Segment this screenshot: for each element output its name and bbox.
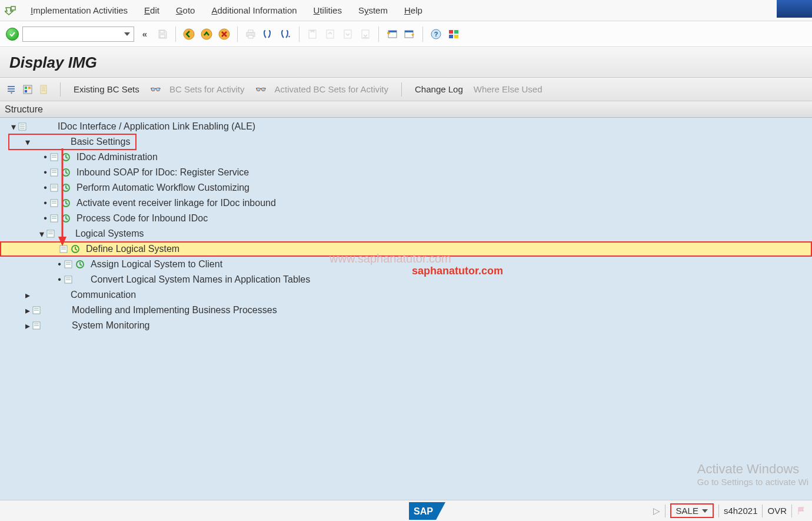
svg-rect-26: [25, 87, 27, 89]
status-tcode-field[interactable]: SALE: [670, 503, 714, 518]
status-insert-mode[interactable]: OVR: [767, 506, 787, 516]
app-menu-icon[interactable]: [5, 5, 16, 16]
tree-node-process-code-inbound[interactable]: • Process Code for Inbound IDoc: [0, 211, 812, 226]
execute-activity-icon[interactable]: [61, 152, 72, 162]
back-button[interactable]: [182, 27, 196, 41]
find-button[interactable]: [261, 27, 275, 41]
tree-node-label: Define Logical System: [84, 244, 179, 254]
svg-text:?: ?: [434, 31, 438, 38]
find-next-button[interactable]: [279, 27, 293, 41]
menu-implementation-activities[interactable]: Implementation Activities: [22, 3, 136, 18]
execute-activity-icon[interactable]: [61, 198, 72, 208]
svg-rect-27: [28, 87, 31, 89]
next-page-button[interactable]: [341, 27, 355, 41]
collapse-icon[interactable]: ▾: [38, 228, 46, 240]
img-doc-icon[interactable]: [49, 152, 60, 162]
tree-node-logical-systems[interactable]: ▾ Logical Systems: [0, 226, 812, 241]
bc-sets-for-activity-button[interactable]: BC Sets for Activity: [167, 82, 247, 97]
customize-layout-button[interactable]: [447, 27, 461, 41]
tree-node-system-monitoring[interactable]: ▸ System Monitoring: [0, 318, 812, 333]
tree-node-communication[interactable]: ▸ Communication: [0, 287, 812, 303]
create-shortcut-button[interactable]: [402, 27, 417, 41]
execute-activity-icon[interactable]: [75, 260, 86, 269]
status-system-field[interactable]: s4h2021: [724, 506, 758, 516]
img-doc-icon[interactable]: [64, 275, 74, 284]
collapse-icon[interactable]: ▾: [9, 121, 18, 132]
leaf-bullet-icon: •: [55, 259, 64, 270]
expand-all-button[interactable]: [6, 84, 16, 95]
execute-activity-icon[interactable]: [71, 244, 81, 254]
menu-help[interactable]: Help: [396, 3, 431, 18]
collapse-command-field-button[interactable]: «: [138, 27, 152, 41]
execute-activity-icon[interactable]: [61, 183, 72, 193]
help-button[interactable]: ?: [429, 27, 443, 41]
prev-page-button[interactable]: [323, 27, 337, 41]
tree-node-root[interactable]: ▾ IDoc Interface / Application Link Enab…: [0, 119, 812, 134]
tree-node-workflow-customizing[interactable]: • Perform Automatic Workflow Customizing: [0, 180, 812, 195]
menu-system[interactable]: System: [350, 3, 396, 18]
menu-edit[interactable]: Edit: [136, 3, 168, 18]
expand-icon[interactable]: ▸: [24, 305, 32, 316]
img-doc-icon[interactable]: [49, 183, 60, 193]
glasses-icon: 👓: [148, 84, 161, 95]
status-flag-icon[interactable]: [797, 506, 806, 516]
img-doc-icon[interactable]: [49, 198, 60, 208]
tree-node-label: Perform Automatic Workflow Customizing: [74, 182, 249, 193]
page-title: Display IMG: [9, 54, 97, 72]
toolbar-separator: [237, 26, 238, 42]
first-page-button[interactable]: [305, 27, 320, 41]
standard-toolbar: « ?: [0, 21, 812, 47]
img-doc-icon[interactable]: [32, 306, 42, 315]
menu-utilities[interactable]: Utilities: [305, 3, 350, 18]
leaf-bullet-icon: •: [41, 152, 49, 162]
collapse-icon[interactable]: ▾: [24, 137, 32, 148]
status-expand-icon[interactable]: ▷: [653, 506, 660, 516]
last-page-button[interactable]: [358, 27, 372, 41]
tree-node-activate-event-receiver[interactable]: • Activate event receiver linkage for ID…: [0, 195, 812, 211]
menu-goto[interactable]: Goto: [168, 3, 204, 18]
tree-node-define-logical-system[interactable]: Define Logical System: [0, 241, 812, 257]
img-doc-icon[interactable]: [64, 260, 74, 269]
command-field[interactable]: [22, 26, 134, 42]
expand-icon[interactable]: ▸: [24, 290, 32, 301]
enter-button[interactable]: [6, 28, 19, 41]
expand-icon[interactable]: ▸: [24, 320, 32, 331]
svg-rect-24: [454, 35, 458, 38]
img-doc-icon[interactable]: [49, 168, 60, 177]
menu-bar: Implementation Activities Edit Goto Addi…: [0, 0, 812, 21]
img-doc-icon[interactable]: [18, 122, 28, 131]
exit-button[interactable]: [199, 27, 214, 41]
where-else-used-button[interactable]: Where Else Used: [471, 82, 545, 97]
release-notes-button[interactable]: [39, 84, 49, 95]
toolbar-separator: [60, 82, 61, 97]
cancel-button[interactable]: [217, 27, 231, 41]
leaf-bullet-icon: •: [55, 274, 64, 285]
change-log-button[interactable]: Change Log: [412, 82, 465, 97]
existing-bc-sets-button[interactable]: Existing BC Sets: [71, 82, 142, 97]
svg-rect-9: [309, 30, 316, 38]
print-button[interactable]: [244, 27, 258, 41]
tree-node-assign-logical-system[interactable]: • Assign Logical System to Client: [0, 257, 812, 272]
save-button[interactable]: [155, 27, 169, 41]
new-session-button[interactable]: [385, 27, 399, 41]
where-used-icon-button[interactable]: [22, 84, 33, 95]
glasses-icon: 👓: [252, 84, 266, 95]
svg-rect-23: [449, 35, 453, 38]
img-doc-icon[interactable]: [32, 321, 42, 330]
tree-node-basic-settings[interactable]: ▾ Basic Settings: [0, 134, 812, 150]
tree-node-convert-logical-system-names[interactable]: • Convert Logical System Names in Applic…: [0, 272, 812, 287]
activated-bc-sets-button[interactable]: Activated BC Sets for Activity: [272, 82, 391, 97]
img-doc-icon[interactable]: [46, 229, 56, 238]
execute-activity-icon[interactable]: [61, 214, 72, 223]
tree-node-inbound-soap[interactable]: • Inbound SOAP for IDoc: Register Servic…: [0, 165, 812, 180]
tree-node-idoc-administration[interactable]: • IDoc Administration: [0, 150, 812, 165]
tree-node-label: IDoc Administration: [74, 152, 158, 162]
menu-additional-information[interactable]: Additional Information: [203, 3, 305, 18]
img-doc-icon[interactable]: [49, 214, 60, 223]
svg-rect-22: [454, 30, 458, 34]
svg-rect-16: [388, 31, 397, 32]
execute-activity-icon[interactable]: [61, 168, 72, 177]
img-doc-icon[interactable]: [59, 244, 69, 254]
tree-node-modelling[interactable]: ▸ Modelling and Implementing Business Pr…: [0, 303, 812, 318]
svg-rect-12: [344, 30, 351, 38]
